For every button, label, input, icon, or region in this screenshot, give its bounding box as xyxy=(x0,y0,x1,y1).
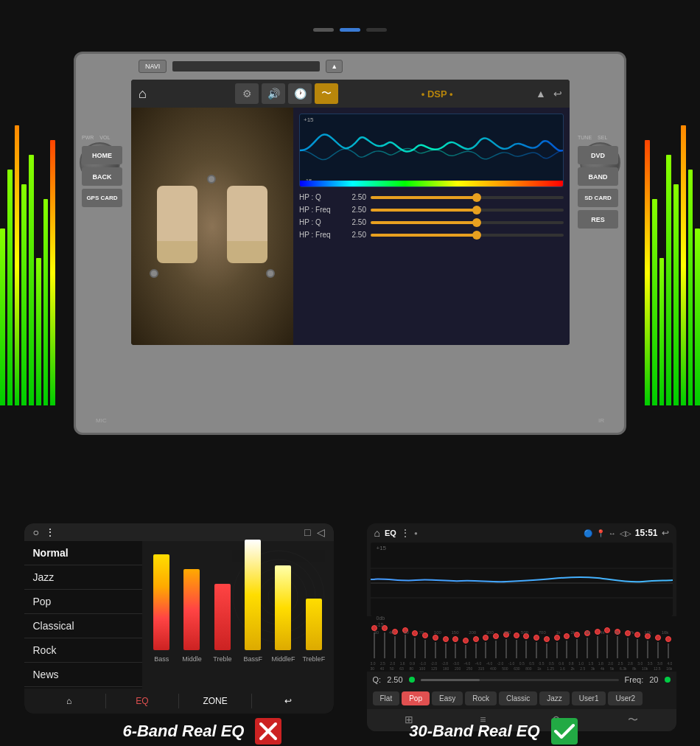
eq-bg-bars-left xyxy=(0,111,55,405)
footer-zone[interactable]: ZONE xyxy=(179,693,251,709)
slider-track-1[interactable] xyxy=(371,196,564,199)
preset-rock[interactable]: Rock xyxy=(24,638,142,663)
slider-track-3[interactable] xyxy=(371,221,564,224)
status-icons: 🔵 📍 ↔ ◁▷ 15:51 ↩ xyxy=(584,528,669,538)
preset-user2[interactable]: User2 xyxy=(608,691,643,705)
dot-1[interactable] xyxy=(313,28,334,32)
clock-icon[interactable]: 🕐 xyxy=(288,83,312,104)
panel-6-header-icons: ○ ⋮ xyxy=(33,526,55,538)
wifi-icon: ↔ xyxy=(609,529,616,537)
q-slider-track[interactable] xyxy=(421,679,619,681)
waveform-icon[interactable]: 〜 xyxy=(315,83,338,104)
label-30band: 30-Band Real EQ xyxy=(409,722,539,741)
time-display: 15:51 xyxy=(635,528,658,538)
eq-30-label: EQ xyxy=(385,529,396,537)
slider-label-4: HP : Freq xyxy=(299,231,343,239)
cd-slot xyxy=(172,61,320,72)
screen-nav-icons: ⚙ 🔊 🕐 〜 xyxy=(235,83,338,104)
preset-easy[interactable]: Easy xyxy=(432,691,463,705)
back-button[interactable]: BACK xyxy=(82,167,122,186)
slider-value-4: 2.50 xyxy=(348,231,366,239)
dot-30-icon: ● xyxy=(414,530,418,537)
circle-icon: ○ xyxy=(33,526,39,538)
seats-diagram xyxy=(146,171,279,282)
preset-flat[interactable]: Flat xyxy=(373,691,400,705)
dsp-sliders: HP : Q 2.50 HP : Freq 2.50 xyxy=(299,193,564,239)
screen-header: ⌂ ⚙ 🔊 🕐 〜 • DSP • ▲ ↩ xyxy=(131,80,570,108)
back-screen-icon[interactable]: ↩ xyxy=(553,88,562,100)
preset-classical[interactable]: Classical xyxy=(24,614,142,638)
bottom-labels-row: 6-Band Real EQ 30-Band Real EQ xyxy=(0,718,700,745)
left-buttons: PWR VOL HOME BACK GPS CARD xyxy=(82,80,122,207)
footer-home[interactable]: ⌂ xyxy=(33,693,105,709)
mic-label: MIC xyxy=(96,417,107,424)
eject-button[interactable]: ▲ xyxy=(326,60,343,73)
slider-value-3: 2.50 xyxy=(348,218,366,226)
bar-label-bassf: BassF xyxy=(243,655,262,663)
freq-db-labels: 3.02.52.01.60.9-1.0-2.0-2.8-3.0-4.0-4.0-… xyxy=(367,660,676,666)
dot-2[interactable] xyxy=(340,28,360,32)
preset-normal[interactable]: Normal xyxy=(24,541,142,565)
home-button[interactable]: HOME xyxy=(82,146,122,164)
eq-icon[interactable]: ⚙ xyxy=(235,83,259,104)
bar-label-treblef: TrebleF xyxy=(302,655,325,663)
slider-track-2[interactable] xyxy=(371,209,564,212)
preset-user1[interactable]: User1 xyxy=(572,691,606,705)
navi-button[interactable]: NAVI xyxy=(139,60,167,73)
res-button[interactable]: RES xyxy=(578,210,618,229)
preset-classic[interactable]: Classic xyxy=(499,691,537,705)
panel-30-header: ⌂ EQ ⋮ ● 🔵 📍 ↔ ◁▷ 15:51 ↩ xyxy=(367,523,676,543)
car-interior-panel xyxy=(131,108,293,345)
dvd-button[interactable]: DVD xyxy=(578,146,618,164)
check-mark-icon xyxy=(551,718,578,745)
preset-pop[interactable]: Pop xyxy=(24,590,142,614)
waveform-top-label: +15 xyxy=(304,116,314,123)
dsp-controls: +15 -15 xyxy=(293,108,570,345)
panel-6band: ○ ⋮ □ ◁ Normal Jazz Pop Classical Rock N… xyxy=(24,523,334,714)
preset-jazz-30[interactable]: Jazz xyxy=(539,691,570,705)
bar-label-middle: Middle xyxy=(182,655,202,663)
bar-label-bass: Bass xyxy=(154,655,169,663)
preset-rock-30[interactable]: Rock xyxy=(465,691,497,705)
panel-6-header: ○ ⋮ □ ◁ xyxy=(24,523,334,541)
slider-hp-q-1: HP : Q 2.50 xyxy=(299,193,564,201)
undo-icon[interactable]: ↩ xyxy=(662,528,669,538)
footer-back[interactable]: ↩ xyxy=(252,693,324,709)
bar-bass: Bass xyxy=(150,554,174,663)
ir-label: IR xyxy=(598,417,604,424)
screen-top-icons: ▲ ↩ xyxy=(536,88,562,100)
preset-pop-30[interactable]: Pop xyxy=(402,691,430,705)
footer-eq[interactable]: EQ xyxy=(106,693,178,709)
freq-green-dot[interactable] xyxy=(665,677,671,683)
screen: ⌂ ⚙ 🔊 🕐 〜 • DSP • ▲ ↩ xyxy=(131,80,570,345)
slider-track-4[interactable] xyxy=(371,234,564,237)
eject-screen-icon[interactable]: ▲ xyxy=(536,88,546,100)
home-icon[interactable]: ⌂ xyxy=(139,86,147,102)
rainbow-bar xyxy=(300,181,563,186)
freq-value: 20 xyxy=(649,675,658,684)
screen-content: +15 -15 xyxy=(131,108,570,345)
panel-6-header-icons-right: □ ◁ xyxy=(304,526,324,538)
q-value: 2.50 xyxy=(387,675,402,684)
seat-bottom-right xyxy=(227,241,267,263)
bar-label-treble: Treble xyxy=(213,655,231,663)
bar-label-middlef: MiddleF xyxy=(271,655,295,663)
preset-news[interactable]: News xyxy=(24,663,142,687)
sdcard-button[interactable]: SD CARD xyxy=(578,189,618,207)
sel-label: SEL xyxy=(598,135,607,140)
window-icon: □ xyxy=(304,526,310,538)
band-button[interactable]: BAND xyxy=(578,167,618,186)
slider-label-3: HP : Q xyxy=(299,218,343,226)
speaker-icon[interactable]: 🔊 xyxy=(262,83,285,104)
preset-jazz[interactable]: Jazz xyxy=(24,565,142,590)
slider-label-2: HP : Freq xyxy=(299,206,343,214)
dot-3[interactable] xyxy=(366,28,387,32)
speaker-br xyxy=(266,269,275,278)
dots-30-icon: ⋮ xyxy=(401,528,410,538)
page-indicators xyxy=(313,28,387,32)
eq30-graph: +15 0db -15 xyxy=(371,543,673,616)
q-green-dot[interactable] xyxy=(409,677,415,683)
slider-value-2: 2.50 xyxy=(348,206,366,214)
gps-button[interactable]: GPS CARD xyxy=(82,189,122,207)
home-30-icon[interactable]: ⌂ xyxy=(374,527,380,539)
